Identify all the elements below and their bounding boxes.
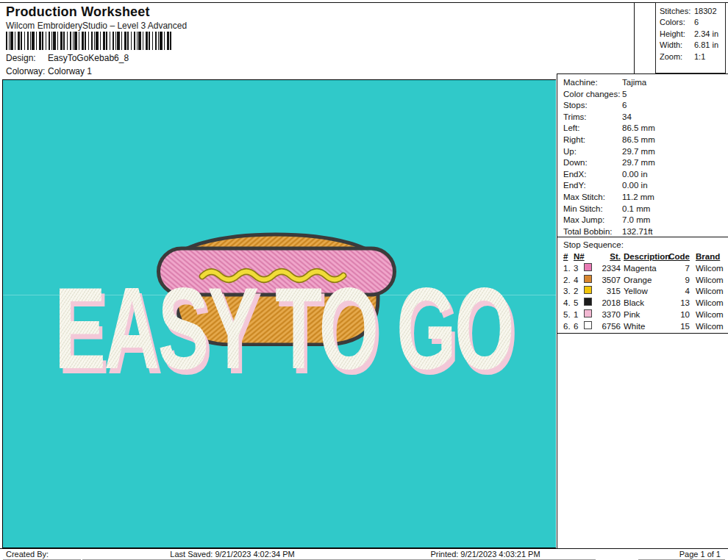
machine-info-row: Up: 29.7 mm xyxy=(563,146,727,158)
created-by: Created By: xyxy=(3,549,81,560)
stop-stitch-count: 315 xyxy=(595,286,621,298)
machine-info-row: Down: 29.7 mm xyxy=(563,157,727,169)
thread-brand: Wilcom xyxy=(690,298,724,309)
header-divider xyxy=(634,2,635,74)
stop-needle: 1 xyxy=(574,309,584,321)
production-worksheet-page: Production Worksheet Wilcom EmbroiderySt… xyxy=(0,0,728,560)
info-value: Tajima xyxy=(622,77,646,89)
stats-value: 1:1 xyxy=(694,51,705,62)
stats-label: Colors: xyxy=(660,17,694,28)
thread-color-swatch xyxy=(584,275,592,283)
last-saved: Last Saved: 9/21/2023 4:02:34 PM xyxy=(82,549,382,560)
colorway-row: Colorway: Colorway 1 xyxy=(6,66,92,76)
design-value: EasyToGoKebab6_8 xyxy=(48,53,129,63)
stats-label: Zoom: xyxy=(660,51,694,62)
stop-needle: 2 xyxy=(574,286,584,298)
info-value: 6 xyxy=(622,100,627,112)
info-label: Max Jump: xyxy=(563,215,622,226)
info-label: Right: xyxy=(563,134,622,146)
info-label: Machine: xyxy=(563,77,622,89)
design-lettering: EASY TO GO EASY TO GO xyxy=(54,270,526,408)
info-value: 29.7 mm xyxy=(622,146,655,158)
machine-info-row: Max Jump: 7.0 mm xyxy=(563,215,727,226)
thread-color-swatch xyxy=(584,263,592,271)
stats-value: 2.34 in xyxy=(694,29,718,40)
stop-stitch-count: 3370 xyxy=(595,309,621,321)
stop-needle: 5 xyxy=(574,298,584,309)
colorway-value: Colorway 1 xyxy=(48,66,92,76)
stats-label: Height: xyxy=(660,29,694,40)
thread-brand: Wilcom xyxy=(690,321,724,333)
col-num: # xyxy=(563,251,574,262)
info-value: 86.5 mm xyxy=(622,134,655,146)
info-label: Down: xyxy=(563,157,622,169)
stats-value: 18302 xyxy=(694,6,717,17)
thread-code: 4 xyxy=(666,286,690,298)
thread-code: 10 xyxy=(666,309,690,321)
thread-color-swatch xyxy=(584,298,592,306)
stop-num: 1. xyxy=(563,263,574,275)
thread-description: Pink xyxy=(621,309,666,321)
design-stats-box: Stitches: 18302 Colors: 6 Height: 2.34 i… xyxy=(655,2,726,73)
info-value: 0.00 in xyxy=(622,169,648,181)
stats-label: Stitches: xyxy=(660,6,694,17)
stop-sequence-row: 6. 6 6756 White 15 Wilcom xyxy=(557,321,728,333)
thread-code: 9 xyxy=(666,275,690,287)
col-needle: N# xyxy=(574,251,584,262)
stats-row: Width: 6.81 in xyxy=(660,40,725,51)
machine-info-row: Color changes: 5 xyxy=(563,89,727,101)
design-name-row: Design: EasyToGoKebab6_8 xyxy=(6,53,129,63)
stats-label: Width: xyxy=(660,40,694,51)
table-bottom-rule xyxy=(557,333,728,334)
info-value: 29.7 mm xyxy=(622,157,655,169)
machine-info-list: Machine: Tajima Color changes: 5 Stops: … xyxy=(563,77,727,237)
info-label: Total Bobbin: xyxy=(563,226,622,238)
machine-info-row: EndX: 0.00 in xyxy=(563,169,727,181)
info-value: 132.71ft xyxy=(622,226,653,238)
stop-sequence-row: 4. 5 2018 Black 13 Wilcom xyxy=(557,298,728,309)
stop-num: 6. xyxy=(563,321,574,333)
info-label: EndY: xyxy=(563,180,622,192)
thread-description: Orange xyxy=(621,275,666,287)
thread-code: 7 xyxy=(666,263,690,275)
info-label: EndX: xyxy=(563,169,622,181)
machine-info-row: Stops: 6 xyxy=(563,100,727,112)
thread-description: Black xyxy=(621,298,666,309)
info-value: 34 xyxy=(622,112,632,123)
stats-value: 6.81 in xyxy=(694,40,718,51)
top-rule xyxy=(0,2,728,3)
stop-sequence-row: 2. 4 3507 Orange 9 Wilcom xyxy=(557,275,728,287)
stop-sequence-row: 3. 2 315 Yellow 4 Wilcom xyxy=(557,286,728,298)
info-label: Max Stitch: xyxy=(563,192,622,204)
machine-info-row: Total Bobbin: 132.71ft xyxy=(563,226,727,238)
stop-stitch-count: 6756 xyxy=(595,321,621,333)
info-label: Stops: xyxy=(563,100,622,112)
stats-value: 6 xyxy=(694,17,699,28)
thread-description: White xyxy=(621,321,666,333)
info-label: Min Stitch: xyxy=(563,204,622,215)
machine-info-row: EndY: 0.00 in xyxy=(563,180,727,192)
design-barcode xyxy=(6,32,172,50)
thread-color-swatch xyxy=(584,286,592,294)
thread-code: 13 xyxy=(666,298,690,309)
machine-info-row: Right: 86.5 mm xyxy=(563,134,727,146)
stop-num: 4. xyxy=(563,298,574,309)
thread-brand: Wilcom xyxy=(690,263,724,275)
info-label: Up: xyxy=(563,146,622,158)
info-value: 86.5 mm xyxy=(622,123,655,134)
stop-sequence-rows: 1. 3 2334 Magenta 7 Wilcom 2. 4 3507 Ora… xyxy=(557,263,728,332)
stop-needle: 6 xyxy=(574,321,584,333)
thread-description: Yellow xyxy=(621,286,666,298)
stop-num: 2. xyxy=(563,275,574,287)
machine-info-panel: Machine: Tajima Color changes: 5 Stops: … xyxy=(557,73,728,548)
page-number: Page 1 of 1 xyxy=(638,549,725,560)
printed: Printed: 9/21/2023 4:03:21 PM xyxy=(375,549,596,560)
stop-sequence-row: 5. 1 3370 Pink 10 Wilcom xyxy=(557,309,728,321)
info-value: 11.2 mm xyxy=(622,192,654,204)
thread-code: 15 xyxy=(666,321,690,333)
colorway-label: Colorway: xyxy=(6,66,48,76)
stop-sequence-header: # N# St. Description Code Brand xyxy=(557,251,728,262)
page-title: Production Worksheet xyxy=(6,4,150,20)
software-subtitle: Wilcom EmbroideryStudio – Level 3 Advanc… xyxy=(6,21,187,31)
stats-row: Colors: 6 xyxy=(660,17,725,28)
